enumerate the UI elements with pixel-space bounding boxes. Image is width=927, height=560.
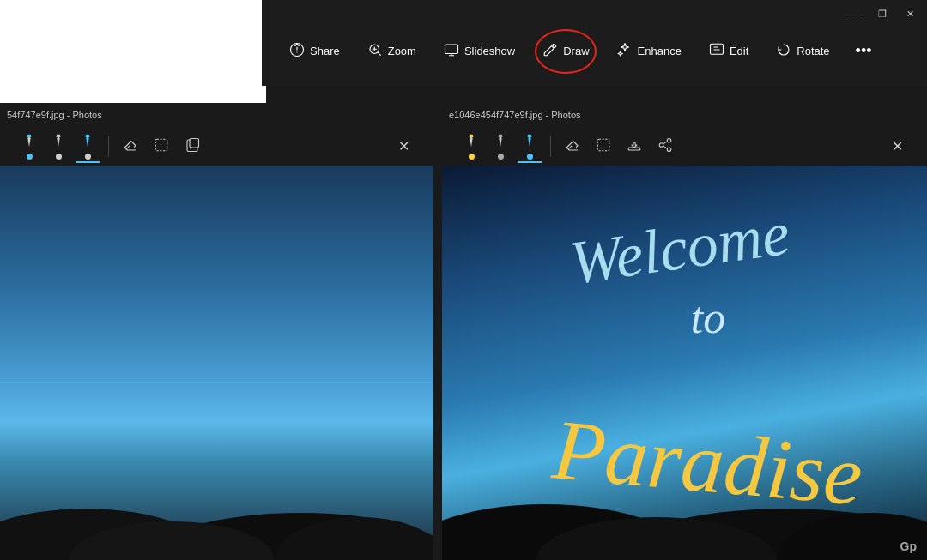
right-save-icon	[627, 137, 642, 156]
right-pen2-icon	[494, 133, 507, 152]
slideshow-label: Slideshow	[464, 45, 515, 57]
svg-rect-2	[445, 45, 457, 54]
edit-icon	[709, 42, 724, 61]
close-button[interactable]: ✕	[903, 7, 917, 21]
menu-bar: Share Zoom Slideshow	[262, 27, 927, 75]
left-window-title: 54f747e9f.jpg - Photos	[7, 110, 102, 120]
svg-marker-15	[528, 135, 532, 137]
left-tool-pen3[interactable]	[76, 129, 100, 163]
svg-point-18	[667, 138, 671, 142]
left-photo-content	[0, 166, 433, 560]
pen1-dot	[27, 154, 33, 160]
right-pen2-dot	[498, 154, 504, 160]
svg-rect-7	[155, 139, 167, 151]
horizon-line	[0, 382, 433, 383]
right-eraser-icon	[565, 137, 580, 156]
window-controls: — ❐ ✕	[262, 0, 927, 27]
left-tool-eraser[interactable]	[118, 134, 143, 160]
right-rocks-area	[442, 449, 927, 560]
right-tool-eraser[interactable]	[560, 134, 585, 160]
menu-item-enhance[interactable]: Enhance	[607, 37, 692, 66]
svg-marker-4	[27, 135, 32, 137]
svg-marker-5	[57, 135, 61, 137]
left-tool-pen1[interactable]	[17, 129, 41, 163]
right-toolbar-divider	[550, 136, 551, 157]
watermark: Gp	[900, 539, 917, 553]
draw-icon	[542, 42, 558, 61]
svg-marker-6	[86, 135, 90, 137]
select-icon	[154, 137, 169, 156]
right-tool-select[interactable]	[591, 134, 616, 160]
right-tool-share[interactable]	[652, 134, 678, 160]
minimize-button[interactable]: —	[848, 7, 862, 21]
left-draw-close[interactable]: ✕	[391, 135, 416, 158]
svg-rect-8	[190, 138, 199, 148]
right-pen1-icon	[464, 133, 478, 152]
right-tool-pen2[interactable]	[488, 129, 512, 163]
slideshow-icon	[444, 42, 459, 61]
right-tool-pen3[interactable]	[518, 129, 542, 163]
menu-item-edit[interactable]: Edit	[699, 37, 759, 66]
copy-icon	[185, 137, 200, 156]
pen2-icon	[52, 133, 65, 152]
right-share-icon	[657, 137, 673, 156]
svg-rect-3	[710, 44, 723, 54]
right-pen3-dot	[527, 154, 533, 160]
enhance-label: Enhance	[638, 45, 682, 57]
right-pen3-icon	[523, 133, 536, 152]
menu-item-draw[interactable]: Draw	[532, 37, 599, 66]
left-tool-pen2[interactable]	[46, 129, 70, 163]
left-photo-window: 54f747e9f.jpg - Photos	[0, 103, 433, 560]
toolbar-divider	[108, 136, 109, 157]
svg-marker-14	[499, 135, 503, 137]
right-pen1-dot	[469, 154, 475, 160]
left-draw-toolbar: ✕	[0, 127, 433, 166]
edit-label: Edit	[730, 45, 748, 57]
window-separator	[433, 103, 442, 560]
left-titlebar: 54f747e9f.jpg - Photos	[0, 103, 433, 127]
right-select-icon	[596, 137, 611, 156]
right-tool-save[interactable]	[621, 134, 647, 160]
share-icon	[289, 42, 305, 61]
svg-rect-16	[597, 139, 609, 151]
maximize-button[interactable]: ❐	[876, 7, 889, 21]
zoom-icon	[367, 42, 383, 61]
menu-item-slideshow[interactable]: Slideshow	[433, 37, 525, 66]
menu-item-share[interactable]: Share	[279, 37, 350, 66]
right-photo-content: Welcome to Paradise	[442, 166, 927, 560]
left-tool-copy[interactable]	[179, 134, 205, 160]
svg-rect-17	[628, 148, 640, 150]
svg-text:to: to	[691, 293, 725, 342]
svg-point-20	[667, 148, 671, 152]
pen3-dot	[85, 154, 91, 160]
svg-marker-13	[470, 135, 474, 137]
zoom-label: Zoom	[388, 45, 416, 57]
eraser-icon	[123, 137, 138, 156]
svg-point-19	[659, 142, 663, 147]
rotate-icon	[776, 42, 791, 61]
right-tool-pen1[interactable]	[459, 129, 483, 163]
more-options-button[interactable]: •••	[847, 37, 881, 65]
right-window-title: e1046e454f747e9f.jpg - Photos	[449, 110, 581, 120]
right-draw-toolbar: ✕	[442, 127, 927, 166]
right-titlebar: e1046e454f747e9f.jpg - Photos	[442, 103, 927, 127]
pen3-icon	[81, 133, 94, 152]
menu-item-rotate[interactable]: Rotate	[766, 37, 839, 66]
rotate-label: Rotate	[797, 45, 829, 57]
pen1-icon	[22, 133, 36, 152]
right-photo-window: e1046e454f747e9f.jpg - Photos	[442, 103, 927, 560]
menu-item-zoom[interactable]: Zoom	[357, 37, 427, 66]
share-label: Share	[310, 45, 340, 57]
enhance-icon	[617, 42, 633, 61]
top-toolbar: — ❐ ✕ Share Zoom	[262, 0, 927, 86]
rocks-area	[0, 449, 433, 560]
white-background-area	[0, 0, 266, 103]
draw-label: Draw	[563, 45, 589, 57]
right-draw-close[interactable]: ✕	[885, 135, 910, 158]
svg-text:Welcome: Welcome	[566, 199, 794, 298]
pen2-dot	[56, 154, 62, 160]
left-tool-select[interactable]	[148, 134, 174, 160]
